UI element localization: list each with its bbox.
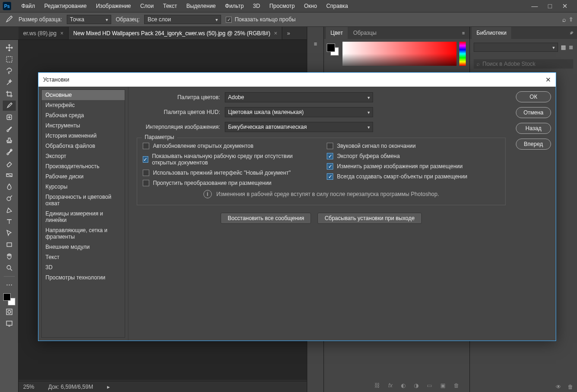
option-checkbox[interactable]: Пропустить преобразование при размещении (143, 180, 316, 186)
search-icon[interactable]: ⌕ (562, 16, 566, 23)
quickmask-tool[interactable] (3, 307, 16, 317)
color-swatch-pair[interactable] (327, 44, 339, 56)
maximize-icon[interactable]: □ (548, 2, 552, 10)
document-tab[interactable]: New Mixed HD Wallpapers Pack 264_igoryk_… (69, 27, 282, 39)
cancel-button[interactable]: Отмена (516, 107, 551, 118)
prefs-category-item[interactable]: Основные (42, 90, 125, 100)
hud-picker-select[interactable]: Цветовая шкала (маленькая) (225, 107, 373, 117)
path-select-tool[interactable] (3, 228, 16, 238)
menu-help[interactable]: Справка (323, 3, 352, 9)
prefs-category-item[interactable]: Направляющие, сетка и фрагменты (42, 225, 125, 242)
tab-overflow-icon[interactable]: » (282, 27, 295, 39)
hue-strip[interactable] (459, 42, 466, 66)
libraries-search[interactable]: ⌕ Поиск в Adobe Stock (474, 59, 573, 69)
sample-size-select[interactable]: Точка (67, 15, 111, 24)
sample-layers-select[interactable]: Все слои (144, 15, 221, 24)
screenmode-tool[interactable] (3, 318, 16, 329)
reset-warnings-button[interactable]: Восстановить все сообщения (221, 213, 311, 224)
prefs-category-item[interactable]: Внешние модули (42, 242, 125, 252)
menu-file[interactable]: Файл (18, 3, 39, 9)
next-button[interactable]: Вперед (516, 139, 551, 150)
color-picker-select[interactable]: Adobe (225, 92, 373, 102)
color-field[interactable] (342, 42, 457, 66)
brush-tool[interactable] (3, 124, 16, 134)
tab-close-icon[interactable]: × (60, 30, 63, 37)
prefs-category-item[interactable]: Просмотры технологии (42, 272, 125, 283)
option-checkbox[interactable]: Автообновление открытых документов (143, 143, 316, 149)
stamp-tool[interactable] (3, 135, 16, 145)
hand-tool[interactable] (3, 251, 16, 261)
tab-color[interactable]: Цвет (326, 27, 348, 39)
option-checkbox[interactable]: Использовать прежний интерфейс "Новый до… (143, 170, 316, 176)
document-tab[interactable]: er.ws (89).jpg × (19, 27, 69, 39)
pen-tool[interactable] (3, 205, 16, 215)
prefs-category-item[interactable]: Производительность (42, 161, 125, 171)
tab-close-icon[interactable]: × (274, 30, 277, 37)
magic-wand-tool[interactable] (3, 77, 16, 88)
prefs-category-item[interactable]: Рабочие диски (42, 171, 125, 182)
option-checkbox[interactable]: Звуковой сигнал по окончании (327, 143, 500, 149)
prefs-category-item[interactable]: Текст (42, 252, 125, 262)
ok-button[interactable]: ОК (516, 91, 551, 102)
zoom-level[interactable]: 25% (23, 384, 34, 390)
mask-icon[interactable]: ◐ (401, 382, 406, 389)
gradient-tool[interactable] (3, 170, 16, 180)
menu-filter[interactable]: Фильтр (222, 3, 247, 9)
prefs-category-item[interactable]: Прозрачность и цветовой охват (42, 192, 125, 209)
list-view-icon[interactable]: ≣ (569, 44, 573, 51)
dialog-close-icon[interactable]: ✕ (545, 76, 551, 83)
adjustment-icon[interactable]: ◑ (414, 382, 418, 389)
prev-button[interactable]: Назад (516, 123, 551, 134)
libraries-dropdown[interactable] (474, 43, 558, 52)
prefs-category-item[interactable]: Экспорт (42, 151, 125, 161)
menu-text[interactable]: Текст (159, 3, 181, 9)
panel-menu-icon[interactable]: ≡ (459, 31, 468, 36)
lasso-tool[interactable] (3, 66, 16, 76)
move-tool[interactable] (3, 43, 16, 53)
share-icon[interactable]: ⇪ (569, 16, 573, 23)
option-checkbox[interactable]: ✓Экспорт буфера обмена (327, 153, 500, 159)
menu-view[interactable]: Просмотр (266, 3, 298, 9)
dodge-tool[interactable] (3, 193, 16, 203)
prefs-category-item[interactable]: Обработка файлов (42, 141, 125, 151)
prefs-category-item[interactable]: Интерфейс (42, 100, 125, 110)
reset-on-quit-button[interactable]: Сбрасывать установки при выходе (317, 213, 421, 224)
new-layer-icon[interactable]: ▣ (440, 382, 445, 389)
crop-tool[interactable] (3, 89, 16, 99)
interpolation-select[interactable]: Бикубическая автоматическая (225, 122, 373, 132)
trash-icon[interactable]: 🗑 (568, 384, 573, 390)
prefs-category-item[interactable]: История изменений (42, 131, 125, 141)
tab-swatches[interactable]: Образцы (349, 27, 381, 39)
healing-tool[interactable] (3, 112, 16, 122)
status-chevron-icon[interactable]: ▸ (107, 384, 110, 390)
panel-collapse-icon[interactable]: » (568, 30, 576, 35)
blur-tool[interactable] (3, 182, 16, 192)
shape-tool[interactable] (3, 240, 16, 250)
type-tool[interactable] (3, 216, 16, 227)
fx-icon[interactable]: fx (388, 382, 393, 389)
tab-libraries[interactable]: Библиотеки (472, 27, 511, 39)
marquee-tool[interactable] (3, 54, 16, 64)
grid-view-icon[interactable]: ▦ (561, 44, 566, 51)
option-checkbox[interactable]: ✓Всегда создавать смарт-объекты при разм… (327, 173, 500, 180)
menu-window[interactable]: Окно (300, 3, 321, 9)
prefs-category-item[interactable]: Единицы измерения и линейки (42, 209, 125, 225)
trash-icon[interactable]: 🗑 (454, 382, 459, 389)
menu-select[interactable]: Выделение (183, 3, 220, 9)
show-ring-checkbox[interactable]: ✓ Показать кольцо пробы (226, 16, 295, 23)
edit-toolbar-icon[interactable]: ⋯ (3, 280, 16, 290)
option-checkbox[interactable]: ✓Изменить размер изображения при размеще… (327, 163, 500, 170)
prefs-category-item[interactable]: Курсоры (42, 182, 125, 192)
prefs-category-item[interactable]: Инструменты (42, 120, 125, 131)
history-brush-tool[interactable] (3, 147, 16, 157)
sync-icon[interactable]: 👁 (556, 384, 561, 390)
doc-info[interactable]: Док: 6,59M/6,59M (48, 384, 93, 390)
prefs-category-item[interactable]: Рабочая среда (42, 110, 125, 120)
menu-image[interactable]: Изображение (92, 3, 135, 9)
link-icon[interactable]: ⛓ (374, 382, 380, 389)
minimize-icon[interactable]: — (532, 2, 538, 10)
group-icon[interactable]: ▭ (427, 382, 432, 389)
prefs-category-item[interactable]: 3D (42, 262, 125, 272)
option-checkbox[interactable]: ✓Показывать начальную рабочую среду при … (143, 153, 316, 166)
menu-edit[interactable]: Редактирование (41, 3, 90, 9)
